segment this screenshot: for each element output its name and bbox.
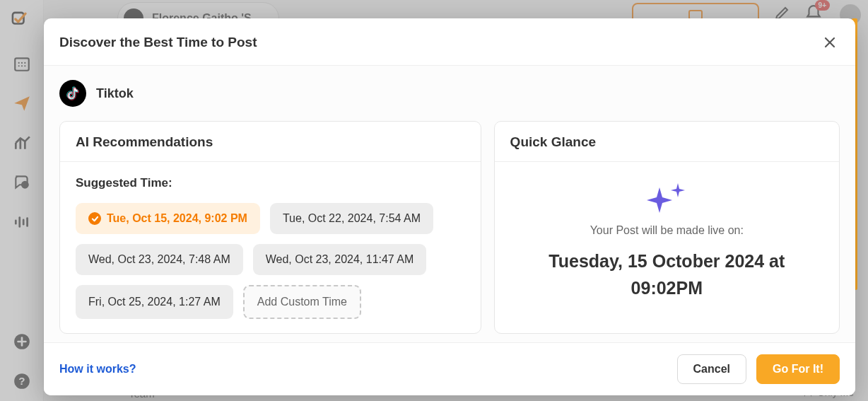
glance-datetime: Tuesday, 15 October 2024 at 09:02PM: [512, 248, 822, 301]
glance-subtext: Your Post will be made live on:: [590, 224, 744, 237]
time-chip[interactable]: Tue, Oct 22, 2024, 7:54 AM: [270, 203, 433, 234]
time-chip[interactable]: Wed, Oct 23, 2024, 7:48 AM: [76, 244, 243, 275]
time-chip-label: Tue, Oct 22, 2024, 7:54 AM: [283, 212, 421, 225]
tiktok-icon: [59, 80, 86, 107]
quick-glance-panel: Quick Glance Your Post will be made live…: [494, 121, 840, 334]
platform-name: Tiktok: [96, 86, 134, 101]
cancel-button[interactable]: Cancel: [677, 354, 746, 384]
go-for-it-button[interactable]: Go For It!: [756, 354, 840, 384]
modal-footer: How it works? Cancel Go For It!: [44, 342, 855, 395]
modal-body: Tiktok AI Recommendations Suggested Time…: [44, 66, 855, 342]
quick-glance-header: Quick Glance: [495, 122, 839, 162]
time-chip[interactable]: Wed, Oct 23, 2024, 11:47 AM: [253, 244, 427, 275]
close-icon[interactable]: [820, 33, 840, 52]
modal-title: Discover the Best Time to Post: [59, 35, 257, 50]
time-chip-label: Fri, Oct 25, 2024, 1:27 AM: [88, 296, 221, 308]
add-custom-label: Add Custom Time: [257, 296, 347, 308]
time-chip-selected[interactable]: Tue, Oct 15, 2024, 9:02 PM: [76, 203, 260, 234]
add-custom-time-button[interactable]: Add Custom Time: [243, 285, 361, 319]
how-it-works-link[interactable]: How it works?: [59, 363, 136, 376]
time-chip-label: Wed, Oct 23, 2024, 7:48 AM: [88, 253, 230, 266]
platform-row: Tiktok: [59, 80, 840, 107]
modal-header: Discover the Best Time to Post: [44, 18, 855, 66]
suggested-time-label: Suggested Time:: [76, 176, 465, 190]
check-icon: [88, 212, 101, 225]
sparkle-icon: [644, 182, 689, 219]
time-chip[interactable]: Fri, Oct 25, 2024, 1:27 AM: [76, 285, 233, 319]
recommendations-panel: AI Recommendations Suggested Time: Tue, …: [59, 121, 481, 334]
best-time-modal: Discover the Best Time to Post Tiktok AI…: [44, 18, 855, 395]
time-chip-label: Wed, Oct 23, 2024, 11:47 AM: [266, 253, 414, 266]
time-chip-label: Tue, Oct 15, 2024, 9:02 PM: [107, 212, 247, 225]
recommendations-header: AI Recommendations: [60, 122, 481, 162]
